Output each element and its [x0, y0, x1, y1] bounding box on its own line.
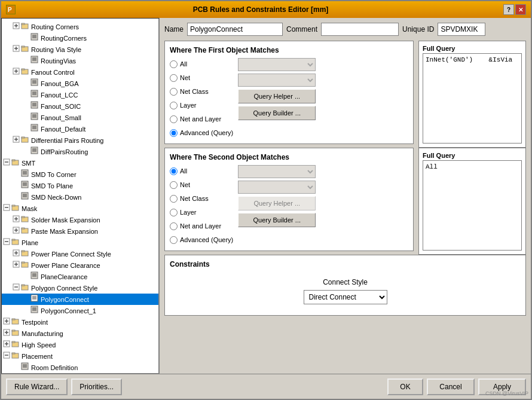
priorities-button[interactable]: Priorities... — [71, 378, 122, 395]
rule-wizard-button[interactable]: Rule Wizard... — [6, 378, 68, 395]
fq-net-radio[interactable] — [170, 74, 178, 82]
cancel-button[interactable]: Cancel — [427, 378, 475, 395]
sq-netclass-row: Net Class — [170, 193, 233, 204]
tree-item[interactable]: Fanout Control — [2, 66, 158, 78]
tree-item-label: RoutingVias — [41, 56, 76, 66]
first-query-combo[interactable] — [238, 58, 316, 71]
tree-item-label: Routing Corners — [31, 22, 79, 32]
unique-id-input[interactable] — [438, 23, 485, 36]
content-area: Routing Corners RoutingCorners Routing V… — [1, 18, 531, 374]
tree-item[interactable]: Room Definition — [2, 362, 158, 373]
tree-item[interactable]: RoutingCorners — [2, 32, 158, 44]
tree-item[interactable]: PlaneClearance — [2, 271, 158, 282]
tree-item[interactable]: SMD Neck-Down — [2, 191, 158, 203]
fq-netlayer-radio[interactable] — [170, 115, 178, 123]
tree-item[interactable]: Fanout_LCC — [2, 89, 158, 100]
fq-netclass-row: Net Class — [170, 86, 233, 97]
second-query-builder-btn[interactable]: Query Builder ... — [238, 213, 316, 227]
svg-rect-132 — [12, 353, 15, 354]
help-button[interactable]: ? — [503, 4, 514, 15]
tree-item[interactable]: SMD To Plane — [2, 180, 158, 191]
sq-all-label: All — [180, 167, 187, 175]
tree-item-label: DiffPairsRouting — [41, 147, 88, 157]
tree-item[interactable]: Power Plane Clearance — [2, 259, 158, 271]
tree-item-label: Solder Mask Expansion — [31, 215, 100, 225]
bottom-bar: Rule Wizard... Priorities... OK Cancel A… — [1, 374, 531, 399]
tree-item[interactable]: Differential Pairs Routing — [2, 135, 158, 146]
second-query-title: Where The Second Object Matches — [170, 153, 408, 161]
tree-item[interactable]: High Speed — [2, 339, 158, 350]
tree-item[interactable]: Mask — [2, 203, 158, 214]
tree-item[interactable]: SMD To Corner — [2, 169, 158, 180]
fq-all-radio[interactable] — [170, 60, 178, 68]
constraints-section: Constraints Connect Style Direct Connect… — [164, 255, 526, 316]
tree-item[interactable]: Power Plane Connect Style — [2, 248, 158, 259]
sq-netclass-label: Net Class — [180, 195, 209, 202]
ok-button[interactable]: OK — [387, 378, 423, 395]
tree-item[interactable]: RoutingVias — [2, 55, 158, 66]
tree-item[interactable]: Fanout_BGA — [2, 78, 158, 89]
second-query-combo2[interactable] — [238, 181, 316, 194]
first-query-radio-group: All Net Net Class — [170, 58, 233, 139]
sq-netlayer-radio[interactable] — [170, 222, 178, 230]
tree-item-label: Fanout_LCC — [41, 90, 78, 100]
right-panel: Name Comment Unique ID Where The First O… — [160, 18, 531, 374]
tree-item[interactable]: DiffPairsRouting — [2, 146, 158, 157]
tree-item[interactable]: Placement — [2, 350, 158, 362]
tree-item[interactable]: SMT — [2, 157, 158, 169]
second-query-section: Where The Second Object Matches All Net — [164, 148, 414, 251]
svg-rect-78 — [22, 216, 25, 218]
connect-style-select[interactable]: Direct Connect Relief Connect No Connect — [304, 290, 387, 304]
second-full-query-label: Full Query — [423, 152, 522, 159]
window-body: Routing Corners RoutingCorners Routing V… — [1, 18, 531, 399]
first-query-area: Where The First Object Matches All Net — [164, 41, 526, 148]
tree-item-label: PolygonConnect — [41, 295, 89, 304]
close-button[interactable]: ✕ — [515, 4, 526, 15]
second-query-combo[interactable] — [238, 165, 316, 178]
tree-item[interactable]: Paste Mask Expansion — [2, 225, 158, 237]
bottom-left-buttons: Rule Wizard... Priorities... — [6, 378, 122, 395]
fq-advanced-row: Advanced (Query) — [170, 127, 233, 139]
tree-item-label: Fanout Control — [31, 68, 75, 77]
tree-item[interactable]: PolygonConnect — [2, 294, 158, 305]
tree-item[interactable]: Solder Mask Expansion — [2, 214, 158, 225]
comment-input[interactable] — [321, 23, 399, 36]
fq-advanced-label: Advanced (Query) — [180, 129, 233, 136]
fq-netclass-radio[interactable] — [170, 88, 178, 96]
tree-item-label: Polygon Connect Style — [31, 283, 97, 293]
name-input[interactable] — [187, 23, 283, 36]
svg-rect-123 — [12, 330, 15, 331]
first-query-builder-btn[interactable]: Query Builder ... — [238, 106, 316, 120]
tree-item[interactable]: Manufacturing — [2, 328, 158, 339]
unique-id-label: Unique ID — [402, 25, 434, 33]
sq-net-radio[interactable] — [170, 181, 178, 189]
fq-layer-radio[interactable] — [170, 102, 178, 109]
first-query-combo2[interactable] — [238, 74, 316, 87]
tree-item[interactable]: Routing Corners — [2, 21, 158, 32]
sq-layer-radio[interactable] — [170, 209, 178, 216]
sq-netlayer-row: Net and Layer — [170, 220, 233, 232]
svg-rect-83 — [22, 228, 25, 229]
tree-item[interactable]: Fanout_SOIC — [2, 100, 158, 112]
tree-item-label: Fanout_Small — [41, 113, 81, 123]
svg-rect-128 — [12, 341, 15, 343]
svg-rect-105 — [22, 285, 25, 286]
second-query-helper-btn[interactable]: Query Helper ... — [238, 196, 316, 210]
tree-item[interactable]: Polygon Connect Style — [2, 282, 158, 294]
fq-advanced-radio[interactable] — [170, 129, 178, 137]
tree-item[interactable]: Plane — [2, 237, 158, 248]
main-window: P PCB Rules and Constraints Editor [mm] … — [0, 0, 532, 400]
comment-label: Comment — [286, 25, 317, 33]
tree-item[interactable]: Fanout_Default — [2, 123, 158, 135]
tree-item[interactable]: PolygonConnect_1 — [2, 305, 158, 316]
sq-all-radio[interactable] — [170, 167, 178, 175]
tree-panel[interactable]: Routing Corners RoutingCorners Routing V… — [1, 18, 160, 374]
tree-item[interactable]: Fanout_Small — [2, 112, 158, 123]
first-query-helper-btn[interactable]: Query Helper ... — [238, 89, 316, 103]
tree-item[interactable]: Routing Via Style — [2, 44, 158, 55]
sq-layer-row: Layer — [170, 206, 233, 218]
sq-netclass-radio[interactable] — [170, 195, 178, 203]
sq-advanced-radio[interactable] — [170, 236, 178, 244]
tree-item-label: Power Plane Connect Style — [31, 249, 111, 259]
tree-item[interactable]: Testpoint — [2, 316, 158, 328]
